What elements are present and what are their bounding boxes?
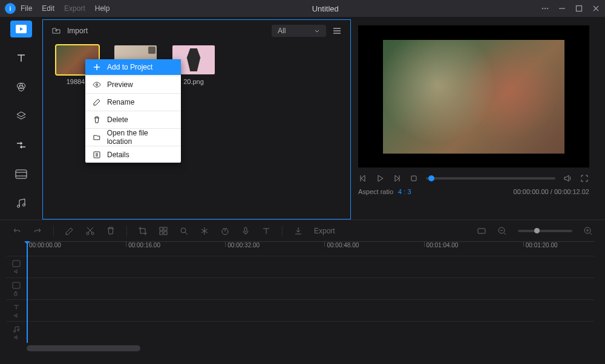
zoom-slider[interactable] bbox=[518, 230, 572, 232]
svg-rect-32 bbox=[164, 227, 167, 230]
menu-edit[interactable]: Edit bbox=[42, 4, 54, 13]
svg-line-42 bbox=[504, 233, 506, 235]
svg-rect-11 bbox=[16, 170, 27, 178]
ruler-tick: 00:00:32.00 bbox=[225, 242, 260, 247]
menu-bar: File Edit Export Help bbox=[21, 4, 110, 13]
ctx-preview[interactable]: Preview bbox=[85, 77, 181, 93]
video-frame bbox=[383, 40, 564, 154]
zoom-in-button[interactable] bbox=[583, 226, 593, 236]
cut-button[interactable] bbox=[85, 226, 95, 236]
track-video[interactable] bbox=[6, 256, 594, 278]
ctx-delete[interactable]: Delete bbox=[85, 112, 181, 128]
svg-rect-48 bbox=[13, 282, 20, 288]
filter-dropdown[interactable]: All bbox=[272, 25, 326, 37]
viewport[interactable] bbox=[358, 25, 589, 167]
ruler-tick: 00:01:04.00 bbox=[424, 242, 459, 247]
volume-icon[interactable] bbox=[563, 174, 572, 183]
svg-point-24 bbox=[96, 84, 98, 86]
ctx-open-location[interactable]: Open the file location bbox=[85, 129, 181, 145]
next-frame-button[interactable] bbox=[392, 174, 402, 183]
divider bbox=[85, 76, 181, 76]
minimize-icon[interactable] bbox=[558, 4, 566, 13]
track-text[interactable] bbox=[6, 299, 594, 321]
tool-sidebar bbox=[0, 17, 42, 219]
speed-button[interactable] bbox=[220, 226, 230, 236]
ctx-label: Open the file location bbox=[107, 129, 174, 146]
ctx-add-to-project[interactable]: Add to Project bbox=[85, 59, 181, 75]
menu-file[interactable]: File bbox=[21, 4, 32, 13]
svg-point-2 bbox=[547, 8, 548, 9]
zoom-button[interactable] bbox=[179, 226, 189, 236]
tab-music[interactable] bbox=[10, 195, 32, 212]
app-logo: i bbox=[5, 3, 16, 14]
ruler-tick: 00:00:00.00 bbox=[27, 242, 61, 247]
ctx-details[interactable]: Details bbox=[85, 147, 181, 163]
voice-button[interactable] bbox=[241, 226, 250, 236]
tab-transition[interactable] bbox=[10, 137, 32, 154]
svg-point-1 bbox=[544, 8, 546, 9]
zoom-handle[interactable] bbox=[534, 228, 540, 233]
ctx-label: Preview bbox=[107, 80, 133, 89]
crop-button[interactable] bbox=[138, 226, 148, 236]
divider bbox=[85, 111, 181, 111]
tab-element[interactable] bbox=[10, 166, 32, 183]
ctx-rename[interactable]: Rename bbox=[85, 94, 181, 110]
seek-handle[interactable] bbox=[428, 175, 434, 181]
export-button[interactable]: Export bbox=[314, 227, 335, 235]
play-button[interactable] bbox=[375, 174, 385, 183]
redo-button[interactable] bbox=[33, 226, 42, 236]
scrollbar-thumb[interactable] bbox=[27, 345, 140, 351]
svg-rect-21 bbox=[411, 176, 416, 181]
svg-point-29 bbox=[87, 232, 89, 235]
export-icon[interactable] bbox=[293, 226, 303, 236]
maximize-icon[interactable] bbox=[575, 4, 583, 13]
track-audio[interactable] bbox=[6, 321, 594, 343]
more-icon[interactable] bbox=[541, 4, 549, 13]
svg-point-50 bbox=[14, 330, 16, 332]
ruler-tick: 00:00:16.00 bbox=[126, 242, 160, 247]
import-icon[interactable] bbox=[51, 27, 61, 35]
edit-button[interactable] bbox=[65, 226, 74, 236]
ctx-label: Details bbox=[107, 151, 129, 159]
timecode: 00:00:00.00 / 00:00:12.02 bbox=[514, 188, 589, 195]
fit-button[interactable] bbox=[477, 226, 486, 236]
prev-frame-button[interactable] bbox=[358, 174, 368, 183]
ctx-label: Add to Project bbox=[107, 63, 152, 71]
stop-button[interactable] bbox=[409, 174, 419, 183]
horizontal-scrollbar[interactable] bbox=[27, 345, 594, 351]
tab-overlay[interactable] bbox=[10, 108, 32, 125]
zoom-out-button[interactable] bbox=[497, 226, 507, 236]
seek-bar[interactable] bbox=[426, 177, 555, 180]
ctx-label: Rename bbox=[107, 98, 134, 106]
text-button[interactable] bbox=[261, 226, 271, 236]
svg-point-35 bbox=[181, 228, 186, 233]
svg-rect-49 bbox=[15, 293, 17, 296]
menu-help[interactable]: Help bbox=[95, 4, 110, 13]
tab-text[interactable] bbox=[10, 50, 32, 67]
freeze-button[interactable] bbox=[200, 226, 209, 236]
import-button[interactable]: Import bbox=[67, 27, 88, 35]
window-title: Untitled bbox=[110, 4, 541, 13]
svg-rect-34 bbox=[164, 232, 167, 235]
timeline-ruler[interactable]: 00:00:00.00 00:00:16.00 00:00:32.00 00:0… bbox=[27, 241, 594, 256]
context-menu: Add to Project Preview Rename Delete Ope… bbox=[85, 59, 181, 163]
mosaic-button[interactable] bbox=[159, 226, 168, 236]
music-badge-icon bbox=[148, 47, 155, 54]
timeline-toolbar: Export bbox=[0, 219, 605, 241]
svg-rect-38 bbox=[244, 227, 247, 232]
close-icon[interactable] bbox=[592, 4, 600, 13]
svg-line-36 bbox=[185, 232, 188, 235]
fullscreen-icon[interactable] bbox=[580, 174, 589, 183]
divider bbox=[85, 146, 181, 146]
list-view-icon[interactable] bbox=[332, 27, 342, 35]
undo-button[interactable] bbox=[12, 226, 22, 236]
svg-rect-39 bbox=[478, 229, 485, 233]
tab-media[interactable] bbox=[10, 21, 32, 37]
delete-button[interactable] bbox=[106, 226, 116, 236]
titlebar: i File Edit Export Help Untitled bbox=[0, 0, 605, 17]
playhead[interactable] bbox=[27, 241, 28, 343]
ctx-label: Delete bbox=[107, 115, 128, 124]
track-overlay[interactable] bbox=[6, 278, 594, 299]
tab-filter[interactable] bbox=[10, 79, 32, 96]
svg-line-46 bbox=[590, 233, 592, 235]
